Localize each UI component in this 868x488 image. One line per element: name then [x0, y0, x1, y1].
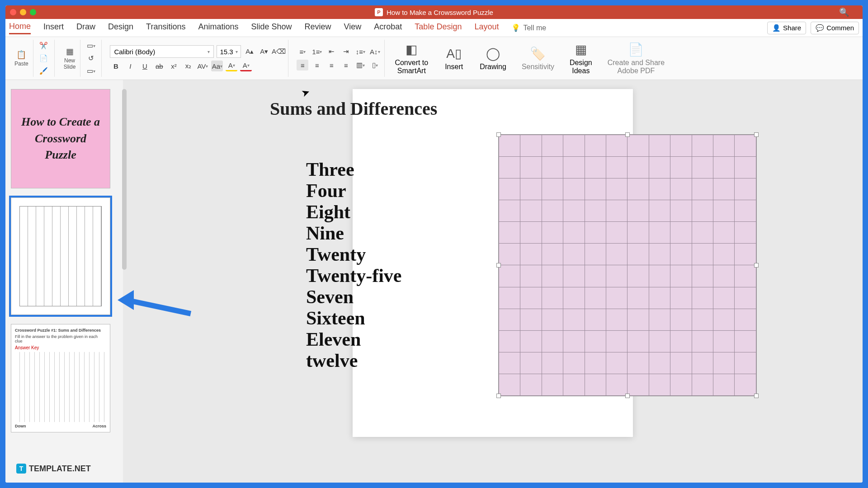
layout-icon[interactable]: ▭▾ [85, 40, 97, 51]
indent-inc-icon[interactable]: ⇥ [340, 46, 352, 57]
align-text-icon[interactable]: ▯▾ [369, 60, 381, 70]
reset-icon[interactable]: ↺ [85, 53, 97, 64]
convert-smartart-button[interactable]: ◧ Convert to SmartArt [389, 42, 434, 75]
clear-format-icon[interactable]: A⌫ [273, 46, 284, 57]
tell-me[interactable]: 💡 Tell me [511, 23, 546, 32]
slide-canvas[interactable]: Sums and Differences Three Four Eight Ni… [123, 80, 863, 483]
word-item: Nine [306, 223, 402, 244]
ribbon-tabs: Home Insert Draw Design Transitions Anim… [5, 19, 863, 37]
tab-transitions[interactable]: Transitions [146, 22, 185, 33]
font-size-select[interactable]: 15.3▾ [217, 45, 241, 58]
font-name-select[interactable]: Calibri (Body)▾ [110, 45, 214, 58]
tab-layout[interactable]: Layout [474, 22, 499, 33]
word-item: Eleven [306, 329, 402, 350]
drawing-button[interactable]: ◯ Drawing [474, 46, 512, 71]
ribbon: 📋 Paste ✂️ 📄 🖌️ ▦ New Slide ▭▾ ↺ ▭▾ Cali… [5, 37, 863, 80]
minimize-window-icon[interactable] [20, 9, 26, 15]
text-direction-icon[interactable]: A↕▾ [369, 46, 381, 57]
new-slide-icon[interactable]: ▦ [66, 47, 74, 56]
tab-review[interactable]: Review [305, 22, 331, 33]
slide-title[interactable]: Sums and Differences [270, 98, 437, 119]
text-box-icon: A▯ [446, 46, 462, 61]
sensitivity-button[interactable]: 🏷️ Sensitivity [516, 46, 560, 71]
align-center-icon[interactable]: ≡ [311, 60, 323, 70]
window-title: How to Make a Crowssword Puzzle [387, 9, 493, 16]
search-icon[interactable]: 🔍 [839, 7, 849, 17]
thumb3-puzzle [15, 352, 106, 422]
resize-handle[interactable] [754, 132, 759, 137]
copy-icon[interactable]: 📄 [38, 53, 50, 64]
design-ideas-icon: ▦ [575, 42, 587, 57]
align-justify-icon[interactable]: ≡ [340, 60, 352, 70]
resize-handle[interactable] [496, 394, 501, 398]
thumbnail-2-grid [19, 206, 102, 306]
word-item: Eight [306, 202, 402, 223]
template-logo-icon: T [16, 464, 26, 474]
design-ideas-button[interactable]: ▦ Design Ideas [564, 42, 598, 75]
resize-handle[interactable] [754, 263, 759, 267]
italic-button[interactable]: I [124, 61, 136, 71]
resize-handle[interactable] [625, 132, 630, 137]
tab-design[interactable]: Design [108, 22, 133, 33]
close-window-icon[interactable] [10, 9, 16, 15]
crossword-table[interactable] [498, 134, 757, 396]
format-painter-icon[interactable]: 🖌️ [38, 66, 50, 76]
word-item: Sixteen [306, 308, 402, 329]
insert-button[interactable]: A▯ Insert [438, 46, 470, 71]
numbering-icon[interactable]: 1≡▾ [311, 46, 323, 57]
adobe-pdf-button[interactable]: 📄 Create and Share Adobe PDF [602, 42, 670, 75]
thumb3-across: Across [92, 424, 106, 428]
grow-font-icon[interactable]: A▴ [244, 46, 255, 57]
share-button[interactable]: 👤 Share [767, 22, 806, 34]
font-color-icon[interactable]: A▾ [240, 61, 252, 71]
new-slide-label: New Slide [64, 57, 76, 70]
superscript-button[interactable]: x² [168, 61, 179, 71]
paste-icon[interactable]: 📋 [16, 50, 26, 60]
word-list[interactable]: Three Four Eight Nine Twenty Twenty-five… [306, 159, 402, 371]
thumbnail-2[interactable] [11, 197, 110, 315]
tab-home[interactable]: Home [9, 22, 31, 34]
bold-button[interactable]: B [110, 61, 122, 71]
tab-draw[interactable]: Draw [76, 22, 95, 33]
subscript-button[interactable]: x₂ [182, 61, 194, 71]
char-spacing-icon[interactable]: AV▾ [197, 61, 208, 71]
change-case-icon[interactable]: Aa▾ [211, 61, 223, 71]
maximize-window-icon[interactable] [30, 9, 36, 15]
annotation-arrow [118, 286, 194, 313]
align-right-icon[interactable]: ≡ [326, 60, 337, 70]
word-item: Twenty-five [306, 265, 402, 286]
highlight-icon[interactable]: A▾ [226, 61, 237, 71]
line-spacing-icon[interactable]: ↕≡▾ [354, 46, 366, 57]
tab-animations[interactable]: Animations [198, 22, 238, 33]
word-item: twelve [306, 350, 402, 371]
indent-dec-icon[interactable]: ⇤ [326, 46, 337, 57]
grid [499, 135, 756, 396]
word-item: Three [306, 159, 402, 180]
resize-handle[interactable] [496, 263, 501, 267]
strike-button[interactable]: ab [153, 61, 165, 71]
columns-icon[interactable]: ▥▾ [354, 60, 366, 70]
section-icon[interactable]: ▭▾ [85, 66, 97, 76]
tab-insert[interactable]: Insert [43, 22, 64, 33]
align-left-icon[interactable]: ≡ [297, 60, 308, 70]
comment-button[interactable]: 💬 Commen [811, 22, 859, 34]
word-item: Twenty [306, 244, 402, 265]
smartart-icon: ◧ [406, 42, 417, 57]
tab-acrobat[interactable]: Acrobat [374, 22, 402, 33]
resize-handle[interactable] [754, 394, 759, 398]
tab-table-design[interactable]: Table Design [415, 22, 462, 33]
resize-handle[interactable] [625, 394, 630, 398]
paste-label: Paste [14, 61, 28, 67]
shapes-icon: ◯ [486, 46, 500, 61]
thumbnail-1[interactable]: How to Create a Crossword Puzzle [11, 89, 110, 188]
underline-button[interactable]: U [139, 61, 151, 71]
thumbnail-3[interactable]: Crossword Puzzle #1: Sums and Difference… [11, 324, 110, 432]
cut-icon[interactable]: ✂️ [38, 40, 50, 51]
word-item: Seven [306, 286, 402, 308]
tab-view[interactable]: View [344, 22, 362, 33]
shrink-font-icon[interactable]: A▾ [258, 46, 270, 57]
bullets-icon[interactable]: ≡▾ [297, 46, 308, 57]
tab-slideshow[interactable]: Slide Show [251, 22, 292, 33]
thumb3-answerkey: Answer Key [15, 345, 106, 350]
resize-handle[interactable] [496, 132, 501, 137]
